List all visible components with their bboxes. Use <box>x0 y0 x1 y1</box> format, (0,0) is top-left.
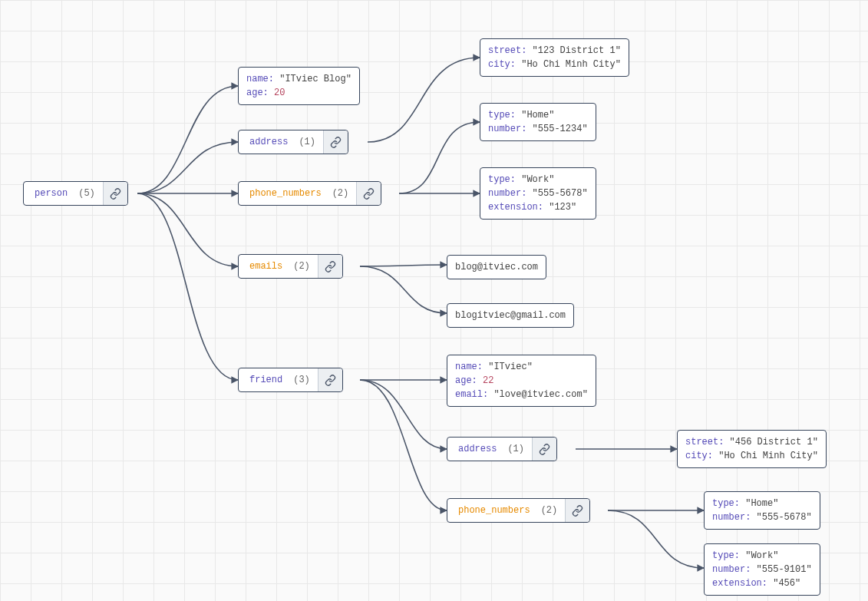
node-count: (2) <box>541 505 566 516</box>
key: age: <box>246 88 274 98</box>
leaf-friend-props: name: "ITviec"age: 22email: "love@itviec… <box>447 355 596 407</box>
value: "555-1234" <box>533 124 588 134</box>
kv-row: type: "Work" <box>712 549 812 563</box>
key: type: <box>712 498 745 509</box>
kv-row: street: "456 District 1" <box>685 435 818 449</box>
value: "Ho Chi Minh City" <box>718 451 818 461</box>
value: blog@itviec.com <box>455 262 538 272</box>
node-count: (2) <box>293 261 318 272</box>
node-label: phone_numbers <box>447 505 541 516</box>
key: number: <box>488 124 533 134</box>
kv-row: name: "ITviec Blog" <box>246 72 351 86</box>
link-icon[interactable] <box>532 438 556 461</box>
kv-row: email: "love@itviec.com" <box>455 388 588 401</box>
leaf-friend-address-props: street: "456 District 1"city: "Ho Chi Mi… <box>677 430 827 468</box>
kv-row: age: 20 <box>246 86 351 100</box>
node-label: address <box>239 137 299 147</box>
kv-row: city: "Ho Chi Minh City" <box>488 58 621 71</box>
link-icon[interactable] <box>318 255 342 278</box>
key: type: <box>488 110 521 121</box>
value: 22 <box>483 375 493 386</box>
node-label: emails <box>239 261 293 272</box>
leaf-friend-phone-home: type: "Home"number: "555-5678" <box>704 491 820 530</box>
kv-row: type: "Home" <box>488 108 588 122</box>
key: street: <box>685 437 730 447</box>
key: email: <box>455 389 493 400</box>
link-icon[interactable] <box>323 130 348 154</box>
node-label: phone_numbers <box>239 188 332 199</box>
node-count: (5) <box>78 188 103 199</box>
kv-row: type: "Work" <box>488 173 588 187</box>
kv-row: name: "ITviec" <box>455 360 588 374</box>
link-icon[interactable] <box>318 368 342 391</box>
node-friend-address[interactable]: address (1) <box>447 437 557 461</box>
value: "555-9101" <box>757 564 812 575</box>
value: "Ho Chi Minh City" <box>521 59 621 70</box>
node-person[interactable]: person (5) <box>23 181 128 206</box>
value: "456" <box>773 578 800 589</box>
node-address[interactable]: address (1) <box>238 130 348 154</box>
node-count: (1) <box>507 444 532 454</box>
link-icon[interactable] <box>356 182 381 205</box>
value: "ITviec Blog" <box>279 74 351 84</box>
value: "123" <box>549 202 576 213</box>
kv-row: street: "123 District 1" <box>488 44 621 58</box>
node-count: (3) <box>293 375 318 385</box>
value: "love@itviec.com" <box>493 389 587 400</box>
key: name: <box>455 362 488 372</box>
key: city: <box>685 451 718 461</box>
value: "555-5678" <box>533 188 588 199</box>
key: extension: <box>488 202 549 213</box>
node-friend[interactable]: friend (3) <box>238 368 343 392</box>
node-friend-phone-numbers[interactable]: phone_numbers (2) <box>447 498 590 523</box>
kv-row: type: "Home" <box>712 497 812 510</box>
value: "Home" <box>745 498 778 509</box>
value: "555-5678" <box>757 512 812 523</box>
node-label: address <box>447 444 507 454</box>
kv-row: number: "555-5678" <box>712 510 812 524</box>
key: type: <box>488 174 521 185</box>
key: number: <box>712 512 757 523</box>
kv-row: extension: "456" <box>712 576 812 590</box>
key: extension: <box>712 578 773 589</box>
node-label: person <box>24 188 78 199</box>
value: "ITviec" <box>488 362 533 372</box>
node-count: (2) <box>332 188 357 199</box>
node-phone-numbers[interactable]: phone_numbers (2) <box>238 181 381 206</box>
leaf-phone-work: type: "Work"number: "555-5678"extension:… <box>480 167 596 220</box>
leaf-friend-phone-work: type: "Work"number: "555-9101"extension:… <box>704 543 820 596</box>
value: blogitviec@gmail.com <box>455 310 566 321</box>
key: city: <box>488 59 521 70</box>
leaf-address-props: street: "123 District 1"city: "Ho Chi Mi… <box>480 38 629 77</box>
link-icon[interactable] <box>565 499 589 522</box>
value: "Work" <box>745 550 778 561</box>
leaf-email-0: blog@itviec.com <box>447 255 546 279</box>
value: "456 District 1" <box>730 437 818 447</box>
leaf-email-1: blogitviec@gmail.com <box>447 303 574 328</box>
value: "Home" <box>521 110 554 121</box>
kv-row: number: "555-1234" <box>488 122 588 136</box>
kv-row: extension: "123" <box>488 200 588 214</box>
value: "Work" <box>521 174 554 185</box>
value: "123 District 1" <box>533 45 621 56</box>
leaf-phone-home: type: "Home"number: "555-1234" <box>480 103 596 141</box>
link-icon[interactable] <box>103 182 127 205</box>
kv-row: age: 22 <box>455 374 588 388</box>
key: age: <box>455 375 483 386</box>
leaf-person-props: name: "ITviec Blog"age: 20 <box>238 67 360 105</box>
node-emails[interactable]: emails (2) <box>238 254 343 279</box>
kv-row: number: "555-5678" <box>488 187 588 200</box>
node-label: friend <box>239 375 293 385</box>
key: type: <box>712 550 745 561</box>
value: 20 <box>274 88 285 98</box>
kv-row: city: "Ho Chi Minh City" <box>685 449 818 463</box>
node-count: (1) <box>299 137 323 147</box>
key: street: <box>488 45 533 56</box>
kv-row: number: "555-9101" <box>712 563 812 576</box>
key: number: <box>488 188 533 199</box>
key: name: <box>246 74 279 84</box>
key: number: <box>712 564 757 575</box>
